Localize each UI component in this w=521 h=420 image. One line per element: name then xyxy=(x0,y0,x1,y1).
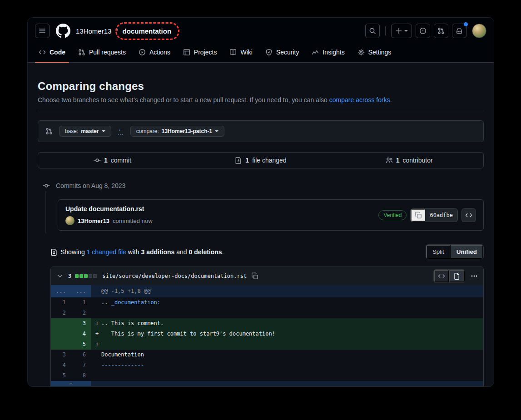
file-path-link[interactable]: site/source/developer-docs/documentation… xyxy=(102,273,247,279)
file-options-button[interactable] xyxy=(470,271,479,282)
issue-opened-icon xyxy=(419,27,427,35)
chevron-down-icon xyxy=(102,130,105,132)
diff-header-actions xyxy=(433,269,479,283)
commit-sha-link[interactable]: 60adfbe xyxy=(425,209,457,222)
line-text: Documentation xyxy=(101,351,144,358)
old-line-number xyxy=(51,339,71,350)
line-text: This is my first commit to start9's docu… xyxy=(101,331,275,337)
line-sign: + xyxy=(95,329,101,339)
line-content xyxy=(91,371,483,381)
pull-requests-button[interactable] xyxy=(434,24,448,38)
diff-addition-row: 5 + xyxy=(51,339,483,350)
header-actions xyxy=(365,24,486,38)
diff-hunk-row[interactable]: ... ... @@ -1,5 +1,8 @@ xyxy=(51,285,483,297)
diff-view-toggle: Split Unified xyxy=(426,244,484,259)
commits-section: Commits on Aug 8, 2023 Update documentat… xyxy=(38,180,484,231)
diffstat-square-addition xyxy=(84,274,88,278)
people-icon xyxy=(386,157,393,164)
new-line-number: 1 xyxy=(71,297,91,308)
user-avatar[interactable] xyxy=(472,24,486,38)
table-icon xyxy=(183,49,190,56)
issues-button[interactable] xyxy=(416,24,430,38)
gear-icon xyxy=(357,49,365,56)
tab-label: Settings xyxy=(368,49,392,56)
page-title: Comparing changes xyxy=(38,80,484,93)
tab-code[interactable]: Code xyxy=(35,42,69,62)
github-logo[interactable] xyxy=(56,24,70,38)
commit-author-link[interactable]: 13Homer13 xyxy=(78,217,109,224)
diff-context-row: 3 6 Documentation xyxy=(51,350,483,360)
old-line-number: 3 xyxy=(51,350,71,360)
create-new-button[interactable] xyxy=(391,24,412,38)
summary-mid1: with xyxy=(126,248,141,256)
split-view-button[interactable]: Split xyxy=(426,245,451,259)
line-sign: + xyxy=(95,318,101,329)
collapse-file-button[interactable] xyxy=(55,272,65,281)
unified-view-button[interactable]: Unified xyxy=(451,245,483,259)
compare-across-forks-link[interactable]: compare across forks xyxy=(329,96,390,104)
summary-prefix: Showing xyxy=(60,248,87,256)
commit-title-link[interactable]: Update documentation.rst xyxy=(65,205,144,212)
code-icon xyxy=(438,272,445,280)
graph-icon xyxy=(312,49,319,56)
tab-security[interactable]: Security xyxy=(262,42,303,62)
summary-period: . xyxy=(222,248,224,256)
tab-pull-requests[interactable]: Pull requests xyxy=(74,42,129,62)
repo-nav: Code Pull requests Actions Projects Wiki xyxy=(28,42,494,63)
divider xyxy=(38,111,484,111)
compare-label: compare: xyxy=(136,128,159,134)
tab-insights[interactable]: Insights xyxy=(308,42,348,62)
breadcrumb: 13Homer13 / documentation xyxy=(76,27,171,35)
stat-commits[interactable]: 1 commit xyxy=(38,157,187,164)
expand-hunk-button[interactable]: ⋯ xyxy=(51,381,91,386)
line-content: +.. This is comment. xyxy=(91,318,483,329)
stat-contributors[interactable]: 1 contributor xyxy=(335,157,483,164)
diff-addition-row: 3 +.. This is comment. xyxy=(51,318,483,329)
verified-badge[interactable]: Verified xyxy=(378,210,407,220)
rich-view-button[interactable] xyxy=(449,270,465,282)
play-circle-icon xyxy=(139,49,146,56)
file-diff-icon xyxy=(235,157,242,164)
commit-card: Update documentation.rst 13Homer13 commi… xyxy=(58,199,484,231)
breadcrumb-repo-link[interactable]: documentation xyxy=(123,27,172,35)
old-line-number: 5 xyxy=(51,371,71,381)
new-line-number[interactable]: ... xyxy=(71,285,91,297)
commits-heading-text: Commits on Aug 8, 2023 xyxy=(56,182,125,189)
old-line-number: 4 xyxy=(51,360,71,371)
range-indicator: ← ... xyxy=(118,127,124,135)
commit-info: Update documentation.rst 13Homer13 commi… xyxy=(65,205,153,225)
browse-code-button[interactable] xyxy=(461,208,476,222)
line-content: + xyxy=(91,339,483,350)
copy-path-button[interactable] xyxy=(250,272,259,281)
old-line-number: 1 xyxy=(51,297,71,308)
search-button[interactable] xyxy=(365,24,380,38)
stat-files-changed[interactable]: 1 file changed xyxy=(187,157,335,164)
commit-meta-text: committed now xyxy=(113,217,152,224)
base-branch-dropdown[interactable]: base: master xyxy=(59,126,111,137)
changed-file-link[interactable]: 1 changed file xyxy=(87,248,126,256)
stat-value: 1 xyxy=(396,157,400,164)
diffstat-square-addition xyxy=(79,274,83,278)
copy-sha-button[interactable] xyxy=(411,209,425,222)
tab-settings[interactable]: Settings xyxy=(354,42,395,62)
line-text: .. xyxy=(101,299,111,306)
inbox-wrap xyxy=(452,24,466,38)
copy-icon xyxy=(251,272,258,280)
tab-actions[interactable]: Actions xyxy=(135,42,174,62)
tab-label: Wiki xyxy=(240,49,252,56)
subtitle-text: Choose two branches to see what’s change… xyxy=(38,96,329,104)
diffstat-squares xyxy=(75,274,97,278)
tab-label: Security xyxy=(276,49,299,56)
stat-value: 1 xyxy=(245,157,249,164)
breadcrumb-owner-link[interactable]: 13Homer13 xyxy=(76,27,111,35)
diff-expander-row[interactable]: ⋯ xyxy=(51,381,483,386)
old-line-number[interactable]: ... xyxy=(51,285,71,297)
tab-wiki[interactable]: Wiki xyxy=(226,42,256,62)
files-summary: Showing 1 changed file with 3 additions … xyxy=(50,248,224,256)
commit-author-avatar[interactable] xyxy=(65,216,74,225)
compare-branch-dropdown[interactable]: compare: 13Homer13-patch-1 xyxy=(130,126,224,137)
source-view-button[interactable] xyxy=(434,270,449,282)
tab-projects[interactable]: Projects xyxy=(179,42,221,62)
hamburger-menu-button[interactable] xyxy=(35,24,50,38)
file-diff-icon xyxy=(50,248,58,256)
